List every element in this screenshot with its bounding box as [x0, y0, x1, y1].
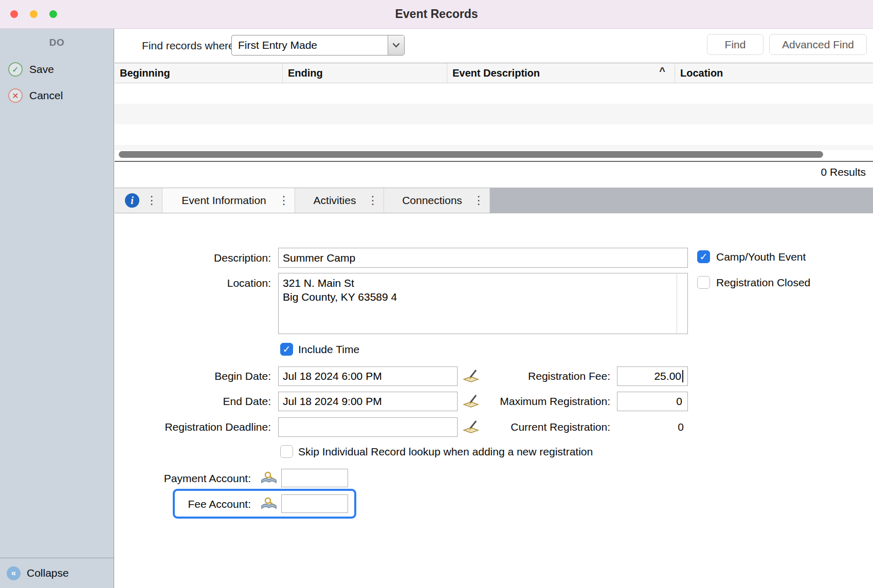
results-count: 0 Results	[821, 166, 866, 178]
column-header-location[interactable]: Location	[675, 63, 873, 83]
save-label: Save	[29, 63, 54, 76]
tab-activities[interactable]: Activities ⋮	[295, 188, 384, 213]
cancel-button[interactable]: ✕ Cancel	[0, 88, 114, 103]
find-button[interactable]: Find	[707, 34, 763, 55]
cancel-x-icon: ✕	[8, 88, 23, 103]
double-chevron-left-icon: «	[7, 566, 21, 580]
tab-connections[interactable]: Connections ⋮	[384, 188, 490, 213]
begin-date-input[interactable]	[278, 366, 458, 386]
results-table-header: Beginning Ending Event Description ^ Loc…	[115, 63, 873, 83]
advanced-find-button[interactable]: Advanced Find	[769, 34, 867, 55]
fee-account-label: Fee Account:	[115, 494, 251, 513]
text-cursor	[682, 370, 683, 382]
tab-menu-dots-icon[interactable]: ⋮	[146, 195, 157, 206]
payment-account-label: Payment Account:	[115, 469, 251, 488]
end-date-label: End Date:	[115, 392, 271, 411]
do-header: DO	[0, 37, 114, 48]
payment-account-lookup-button[interactable]	[260, 471, 278, 485]
close-window-icon[interactable]	[10, 10, 18, 18]
registration-deadline-label: Registration Deadline:	[115, 417, 271, 437]
fee-account-input[interactable]	[281, 494, 348, 513]
tab-menu-dots-icon[interactable]: ⋮	[473, 195, 489, 206]
column-header-beginning[interactable]: Beginning	[115, 63, 283, 83]
include-time-label: Include Time	[298, 343, 359, 356]
find-field-dropdown-value: First Entry Made	[232, 39, 388, 51]
column-header-ending[interactable]: Ending	[283, 63, 447, 83]
begin-date-label: Begin Date:	[115, 366, 271, 386]
save-check-icon: ✓	[8, 62, 23, 77]
tab-event-information[interactable]: Event Information ⋮	[162, 188, 295, 213]
account-lookup-magnifier-icon	[260, 497, 278, 511]
window-title: Event Records	[395, 7, 478, 21]
chevron-down-icon	[388, 35, 404, 55]
registration-fee-label: Registration Fee:	[433, 366, 610, 386]
column-header-event-description[interactable]: Event Description ^	[447, 63, 675, 83]
skip-lookup-checkbox[interactable]	[280, 445, 293, 458]
traffic-lights	[10, 0, 57, 28]
registration-closed-label: Registration Closed	[716, 276, 810, 289]
results-table-body[interactable]	[115, 83, 873, 150]
description-label: Description:	[115, 248, 271, 268]
include-time-checkbox[interactable]	[280, 343, 293, 356]
location-field: 321 N. Main St Big County, KY 63589 4	[278, 273, 688, 334]
maximum-registration-label: Maximum Registration:	[433, 392, 610, 411]
info-segment: i ⋮	[115, 188, 162, 213]
tab-bar: i ⋮ Event Information ⋮ Activities ⋮ Con…	[115, 188, 873, 213]
zoom-window-icon[interactable]	[49, 10, 57, 18]
registration-deadline-input[interactable]	[278, 417, 458, 437]
registration-fee-input[interactable]	[617, 366, 688, 386]
camp-youth-event-checkbox[interactable]	[697, 250, 710, 263]
event-records-window: Event Records DO ✓ Save ✕ Cancel « Colla…	[0, 0, 873, 588]
tab-menu-dots-icon[interactable]: ⋮	[367, 195, 384, 206]
registration-closed-checkbox[interactable]	[697, 276, 710, 289]
current-registration-value: 0	[617, 417, 684, 437]
collapse-button[interactable]: « Collapse	[0, 558, 114, 588]
skip-lookup-label: Skip Individual Record lookup when addin…	[298, 445, 593, 458]
end-date-input[interactable]	[278, 392, 458, 411]
current-registration-label: Current Registration:	[433, 417, 610, 437]
description-input[interactable]	[278, 248, 688, 268]
find-records-where-label: Find records where	[142, 40, 234, 52]
horizontal-scrollbar-thumb[interactable]	[119, 151, 823, 158]
table-bottom-divider	[115, 161, 873, 162]
main-area: Find records where First Entry Made Find…	[115, 29, 873, 588]
cancel-label: Cancel	[29, 89, 63, 102]
maximum-registration-input[interactable]	[617, 392, 688, 411]
registration-fee-field	[617, 366, 688, 386]
titlebar: Event Records	[0, 0, 873, 29]
info-icon[interactable]: i	[125, 193, 139, 208]
sidebar: DO ✓ Save ✕ Cancel « Collapse	[0, 29, 114, 588]
location-label: Location:	[115, 275, 271, 291]
fee-account-lookup-button[interactable]	[260, 497, 278, 511]
save-button[interactable]: ✓ Save	[0, 62, 114, 77]
account-lookup-magnifier-icon	[260, 471, 278, 485]
find-field-dropdown[interactable]: First Entry Made	[231, 35, 405, 56]
payment-account-input[interactable]	[281, 469, 348, 487]
textarea-scrollbar-gutter[interactable]	[677, 274, 677, 333]
tab-bar-filler	[490, 188, 873, 213]
minimize-window-icon[interactable]	[30, 10, 38, 18]
camp-youth-event-label: Camp/Youth Event	[716, 250, 806, 264]
collapse-label: Collapse	[27, 567, 69, 579]
sort-ascending-icon: ^	[659, 65, 665, 77]
location-textarea[interactable]: 321 N. Main St Big County, KY 63589 4	[279, 273, 687, 334]
tab-menu-dots-icon[interactable]: ⋮	[278, 195, 295, 206]
